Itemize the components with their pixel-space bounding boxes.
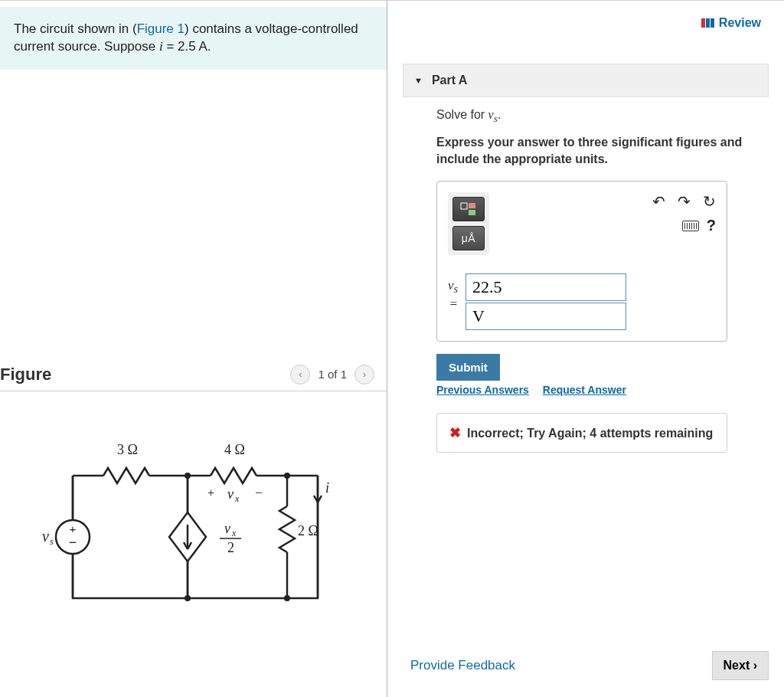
- svg-text:x: x: [234, 493, 240, 504]
- figure-pager: ‹ 1 of 1 ›: [290, 365, 374, 384]
- reset-icon[interactable]: ↻: [703, 192, 716, 211]
- svg-rect-23: [469, 210, 475, 215]
- problem-text-pre: The circuit shown in (: [14, 21, 137, 36]
- figure-pager-text: 1 of 1: [318, 368, 347, 381]
- help-icon[interactable]: ?: [707, 217, 716, 234]
- feedback-box: ✖Incorrect; Try Again; 4 attempts remain…: [436, 413, 727, 453]
- keyboard-icon[interactable]: [682, 221, 699, 231]
- part-title: Part A: [432, 74, 468, 87]
- provide-feedback-link[interactable]: Provide Feedback: [410, 658, 515, 673]
- units-button[interactable]: μÅ: [452, 226, 485, 250]
- svg-text:+: +: [70, 522, 77, 535]
- answer-box: μÅ ↶ ↷ ↻ ? vs=: [436, 181, 727, 342]
- svg-rect-22: [469, 203, 475, 208]
- svg-text:−: −: [69, 535, 77, 550]
- previous-answers-link[interactable]: Previous Answers: [436, 384, 529, 396]
- svg-text:s: s: [50, 535, 54, 547]
- svg-text:2 Ω: 2 Ω: [298, 523, 318, 538]
- svg-point-1: [284, 473, 290, 479]
- next-button[interactable]: Next ›: [712, 651, 769, 680]
- svg-text:x: x: [231, 528, 237, 538]
- svg-text:+: +: [207, 486, 214, 499]
- svg-text:v: v: [42, 528, 49, 545]
- incorrect-icon: ✖: [449, 425, 461, 440]
- svg-text:v: v: [227, 486, 234, 502]
- part-body: Solve for vs. Express your answer to thr…: [403, 97, 769, 453]
- svg-text:2: 2: [227, 540, 234, 555]
- unit-input[interactable]: [466, 303, 626, 330]
- review-link[interactable]: Review: [701, 16, 761, 30]
- right-panel: Review ▼ Part A Solve for vs. Express yo…: [387, 1, 784, 697]
- template-button[interactable]: [452, 197, 485, 221]
- circuit-diagram: + − v s v x 2 i 3 Ω 4: [27, 422, 348, 621]
- value-input[interactable]: [466, 273, 626, 301]
- problem-statement: The circuit shown in (Figure 1) contains…: [0, 7, 387, 70]
- figure-header: Figure ‹ 1 of 1 ›: [0, 365, 387, 391]
- svg-text:4 Ω: 4 Ω: [224, 442, 245, 457]
- review-label: Review: [719, 16, 761, 30]
- answer-links: Previous Answers Request Answer: [436, 384, 769, 396]
- svg-text:3 Ω: 3 Ω: [117, 442, 138, 457]
- figure-title: Figure: [0, 365, 51, 384]
- supposition-value: = 2.5 A.: [163, 39, 211, 54]
- prompt-text: Solve for vs.: [436, 108, 769, 125]
- figure-prev-button[interactable]: ‹: [290, 365, 310, 384]
- instruction-text: Express your answer to three significant…: [436, 134, 769, 167]
- redo-icon[interactable]: ↷: [678, 192, 691, 211]
- request-answer-link[interactable]: Request Answer: [543, 384, 626, 396]
- feedback-text: Incorrect; Try Again; 4 attempts remaini…: [467, 427, 713, 440]
- collapse-icon: ▼: [414, 76, 423, 85]
- svg-text:i: i: [325, 480, 329, 496]
- toolbar: μÅ: [448, 192, 489, 255]
- svg-text:v: v: [224, 521, 230, 536]
- review-icon: [701, 18, 714, 28]
- left-panel: The circuit shown in (Figure 1) contains…: [0, 1, 387, 697]
- undo-icon[interactable]: ↶: [652, 192, 665, 211]
- submit-button[interactable]: Submit: [436, 354, 500, 381]
- figure-next-button[interactable]: ›: [354, 365, 374, 384]
- svg-rect-21: [461, 203, 467, 209]
- svg-point-3: [284, 595, 290, 601]
- figure-link[interactable]: Figure 1: [137, 21, 185, 36]
- svg-text:−: −: [255, 485, 263, 500]
- part-a-header[interactable]: ▼ Part A: [403, 64, 769, 97]
- variable-label: vs=: [448, 273, 458, 311]
